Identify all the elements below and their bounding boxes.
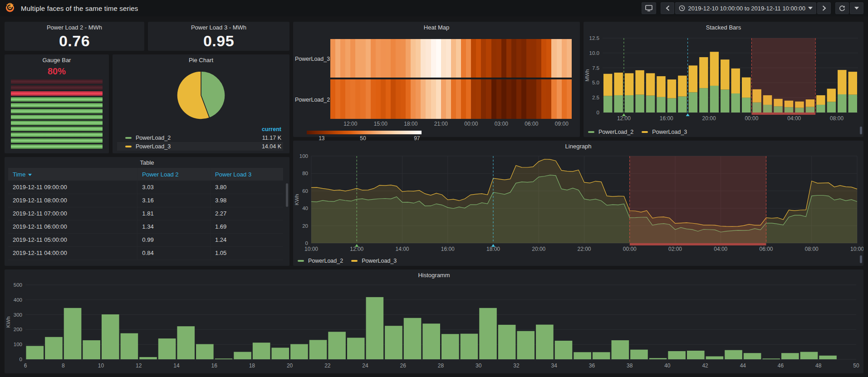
stacked-bar-powerload2[interactable] [710,86,719,113]
histogram-bar[interactable] [800,352,818,359]
stacked-bar-powerload3[interactable] [838,70,846,94]
histogram-bar[interactable] [744,353,761,359]
legend-item-PowerLoad_2[interactable]: PowerLoad_2 [298,258,343,264]
histogram-bar[interactable] [612,340,629,359]
kiosk-mode-button[interactable] [642,2,656,14]
histogram-bar[interactable] [461,334,478,359]
stacked-bar-powerload3[interactable] [635,70,644,95]
stacked-bar-powerload3[interactable] [678,76,687,97]
legend-item-PowerLoad_2[interactable]: PowerLoad_2 [588,129,633,135]
refresh-interval-dropdown[interactable] [850,2,863,14]
time-range-picker[interactable]: 2019-12-10 10:00:00 to 2019-12-11 10:00:… [675,2,816,14]
stacked-bar-powerload2[interactable] [635,95,644,113]
histogram-bar[interactable] [45,337,63,359]
histogram-bar[interactable] [366,297,384,359]
stacked-bar-powerload2[interactable] [838,94,846,113]
stacked-bar-powerload3[interactable] [710,52,719,86]
table-header-power-load-3[interactable]: Power Load 3 [210,168,283,181]
panel-title[interactable]: Gauge Bar [5,54,109,65]
stacked-bar-powerload3[interactable] [731,69,740,93]
histogram-bar[interactable] [593,352,610,359]
stacked-bar-powerload2[interactable] [699,88,708,113]
histogram-bar[interactable] [64,308,82,359]
histogram-bar[interactable] [139,357,157,359]
histogram-bar[interactable] [706,356,724,359]
refresh-button[interactable] [835,2,849,14]
histogram-bar[interactable] [555,341,573,359]
histogram-bar[interactable] [762,358,780,359]
histogram-bar[interactable] [630,350,648,359]
panel-title[interactable]: Histogramm [5,269,863,280]
time-shift-forward-button[interactable] [817,2,831,14]
panel-scrollbar-thumb[interactable] [860,255,862,263]
stacked-bar-powerload3[interactable] [625,73,633,95]
histogram-bar[interactable] [83,340,100,359]
stacked-bar-powerload3[interactable] [614,73,623,95]
histogram-bar[interactable] [328,332,346,359]
histogram-bar[interactable] [158,338,176,359]
histogram-bar[interactable] [574,352,591,359]
heatmap-plot[interactable] [330,39,572,119]
stacked-bar-powerload3[interactable] [721,59,729,89]
legend-item-PowerLoad_3[interactable]: PowerLoad_3 [642,129,687,135]
stacked-bar-powerload2[interactable] [614,95,623,113]
histogram-bar[interactable] [290,344,308,359]
stacked-bars-plot[interactable]: 02.55.07.510.012.5MWh12:0016:0020:0000:0… [584,34,863,124]
histogram-bar[interactable] [479,308,497,359]
legend-item-PowerLoad_3[interactable]: PowerLoad_3 [351,258,397,264]
histogram-plot[interactable]: 0100200300400500KWh681012141618202224262… [5,281,863,371]
stacked-bar-powerload2[interactable] [667,98,676,113]
histogram-bar[interactable] [404,318,422,359]
histogram-bar[interactable] [649,358,667,359]
panel-title[interactable]: Power Load 2 - MWh [5,22,144,33]
panel-title[interactable]: Power Load 3 - MWh [148,22,289,33]
stacked-bar-powerload3[interactable] [667,79,676,98]
stacked-bar-powerload2[interactable] [731,93,740,113]
stacked-bar-powerload2[interactable] [646,96,655,113]
histogram-bar[interactable] [196,344,214,359]
panel-title[interactable]: Table [5,157,289,168]
panel-title[interactable]: Linegraph [293,141,863,152]
histogram-bar[interactable] [498,325,516,359]
pie-legend-item-PowerLoad_3[interactable]: PowerLoad_3 14.04 K [117,142,283,151]
histogram-bar[interactable] [536,325,554,359]
table-header-power-load-2[interactable]: Power Load 2 [137,168,211,181]
stacked-bar-powerload3[interactable] [646,73,655,95]
histogram-bar[interactable] [26,346,44,359]
histogram-bar[interactable] [422,323,440,359]
pie-legend-item-PowerLoad_2[interactable]: PowerLoad_2 11.17 K [117,133,283,142]
stacked-bar-powerload2[interactable] [827,102,836,113]
histogram-bar[interactable] [781,353,799,359]
grafana-logo-icon[interactable] [5,2,15,15]
histogram-bar[interactable] [725,350,742,359]
stacked-bar-powerload3[interactable] [689,65,697,92]
histogram-bar[interactable] [517,331,535,359]
panel-scrollbar-thumb[interactable] [860,127,862,134]
histogram-bar[interactable] [271,348,289,359]
stacked-bar-powerload2[interactable] [721,89,729,113]
stacked-bar-powerload2[interactable] [657,97,665,113]
histogram-bar[interactable] [819,356,837,359]
histogram-bar[interactable] [687,351,705,359]
stacked-bar-powerload2[interactable] [603,96,612,113]
time-shift-back-button[interactable] [661,2,674,14]
table-scrollbar-thumb[interactable] [286,183,288,207]
stacked-bar-powerload2[interactable] [689,92,697,113]
histogram-bar[interactable] [309,340,327,359]
pie-chart[interactable] [113,70,289,122]
stacked-bar-powerload3[interactable] [816,95,825,105]
stacked-bar-powerload2[interactable] [678,97,687,113]
stacked-bar-powerload3[interactable] [603,74,612,96]
histogram-bar[interactable] [215,358,233,359]
histogram-bar[interactable] [234,352,251,359]
stacked-bar-powerload3[interactable] [657,76,665,97]
panel-title[interactable]: Stacked Bars [584,22,863,33]
histogram-bar[interactable] [668,351,686,359]
histogram-bar[interactable] [253,343,270,359]
panel-title[interactable]: Pie Chart [113,54,289,65]
histogram-bar[interactable] [177,326,195,359]
stacked-bar-powerload2[interactable] [816,105,825,113]
panel-title[interactable]: Heat Map [293,22,580,33]
histogram-bar[interactable] [121,333,138,359]
histogram-bar[interactable] [347,338,365,359]
